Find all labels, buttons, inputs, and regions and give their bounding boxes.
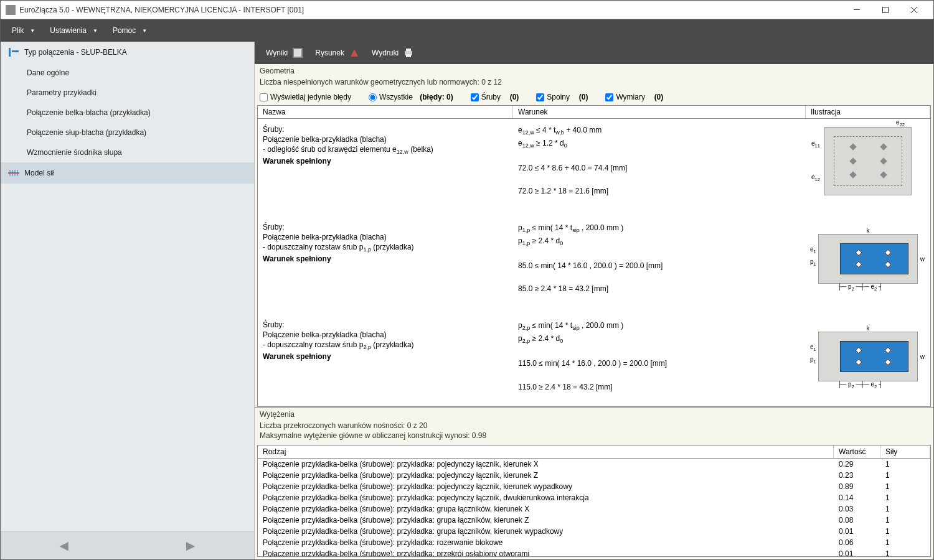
table-row[interactable]: Połączenie przykładka-belka (śrubowe): p…: [258, 470, 930, 481]
svg-rect-2: [9, 48, 11, 57]
filter-row: Wyświetlaj jedynie błędy Wszystkie (błęd…: [255, 90, 933, 105]
chevron-down-icon: ▼: [142, 28, 147, 34]
cell-value: 0.89: [834, 482, 880, 492]
next-arrow-icon[interactable]: ►: [171, 534, 210, 557]
table-row[interactable]: Śruby:Połączenie belka-przykładka (blach…: [258, 217, 930, 314]
cell-value: 0.08: [834, 515, 880, 525]
force-model-icon: [8, 168, 19, 178]
sidebar-section-label: Model sił: [24, 169, 54, 177]
cell-forces: 1: [880, 538, 930, 548]
col-header-condition[interactable]: Warunek: [513, 106, 806, 118]
table-row[interactable]: Śruby:Połączenie belka-przykładka (blach…: [258, 314, 930, 406]
cell-value: 0.23: [834, 470, 880, 480]
col-header-name[interactable]: Nazwa: [258, 106, 513, 118]
geometry-table: Nazwa Warunek Ilustracja Śruby:Połączeni…: [257, 105, 931, 407]
sidebar-section-force-model[interactable]: Model sił: [1, 162, 254, 184]
utilization-table-body[interactable]: Połączenie przykładka-belka (śrubowe): p…: [258, 459, 930, 556]
footer-nav: ◄ ►: [1, 531, 254, 559]
cell-forces: 1: [880, 459, 930, 469]
drawing-icon: [349, 48, 359, 58]
cell-forces: 1: [880, 493, 930, 503]
close-button[interactable]: [900, 1, 928, 19]
cell-illustration: k e1 p1 w ├─ p2 ─┼─ e2 ┤: [806, 318, 930, 394]
sidebar-section-label: Typ połączenia - SŁUP-BELKA: [24, 48, 127, 57]
table-row[interactable]: Połączenie przykładka-belka (śrubowe): p…: [258, 503, 930, 515]
col-header-value[interactable]: Wartość: [834, 446, 880, 458]
cell-name: Śruby:Połączenie belka-przykładka (blach…: [258, 220, 513, 297]
sidebar-item-column-plate[interactable]: Połączenie słup-blacha (przykładka): [1, 123, 254, 142]
sidebar-item-beam-plate[interactable]: Połączenie belka-blacha (przykładka): [1, 103, 254, 123]
utilization-status-max: Maksymalne wytężenie główne w obliczanej…: [255, 430, 933, 444]
menu-file[interactable]: Plik▼: [4, 21, 42, 40]
cell-value: 0.01: [834, 549, 880, 556]
cell-kind: Połączenie przykładka-belka (śrubowe): p…: [258, 504, 834, 514]
cell-kind: Połączenie przykładka-belka (śrubowe): p…: [258, 459, 834, 469]
cell-condition: e12,w ≤ 4 * tw,b + 40.0 mme12,w ≥ 1.2 * …: [513, 123, 806, 199]
maximize-button[interactable]: [871, 1, 900, 19]
cell-kind: Połączenie przykładka-belka (śrubowe): p…: [258, 549, 834, 556]
cell-kind: Połączenie przykładka-belka (śrubowe): p…: [258, 538, 834, 548]
filter-welds[interactable]: Spoiny (0): [536, 93, 588, 101]
cell-value: 0.29: [834, 459, 880, 469]
table-row[interactable]: Połączenie przykładka-belka (śrubowe): p…: [258, 515, 930, 526]
cell-forces: 1: [880, 470, 930, 480]
content-tabs: Wyniki Rysunek Wydruki: [255, 42, 933, 64]
print-icon: [403, 48, 413, 58]
illustration-spacing: k e1 p1 w ├─ p2 ─┼─ e2 ┤: [818, 332, 918, 381]
table-row[interactable]: Połączenie przykładka-belka (śrubowe): p…: [258, 481, 930, 492]
content-area: Wyniki Rysunek Wydruki Geometria Liczba …: [255, 42, 933, 559]
svg-rect-1: [883, 7, 889, 12]
geometry-table-body[interactable]: Śruby:Połączenie belka-przykładka (blach…: [258, 119, 930, 406]
cell-illustration: e22e11e12: [806, 123, 930, 199]
col-header-illustration[interactable]: Ilustracja: [806, 106, 930, 118]
filter-dimensions[interactable]: Wymiary (0): [605, 93, 663, 101]
filter-bolts[interactable]: Śruby (0): [471, 93, 519, 101]
table-row[interactable]: Połączenie przykładka-belka (śrubowe): p…: [258, 548, 930, 556]
cell-value: 0.01: [834, 526, 880, 536]
col-header-forces[interactable]: Siły: [880, 446, 930, 458]
svg-marker-7: [351, 49, 358, 57]
tab-drawing[interactable]: Rysunek: [309, 43, 366, 63]
svg-rect-0: [854, 9, 860, 10]
sidebar-section-connection-type[interactable]: Typ połączenia - SŁUP-BELKA: [1, 42, 254, 63]
table-row[interactable]: Śruby:Połączenie belka-przykładka (blach…: [258, 119, 930, 217]
svg-rect-6: [294, 49, 301, 57]
cell-kind: Połączenie przykładka-belka (śrubowe): p…: [258, 515, 834, 525]
cell-forces: 1: [880, 504, 930, 514]
cell-name: Śruby:Połączenie belka-przykładka (blach…: [258, 318, 513, 394]
table-row[interactable]: Połączenie przykładka-belka (śrubowe): p…: [258, 459, 930, 470]
table-row[interactable]: Połączenie przykładka-belka (śrubowe): p…: [258, 526, 930, 537]
cell-value: 0.06: [834, 538, 880, 548]
cell-kind: Połączenie przykładka-belka (śrubowe): p…: [258, 526, 834, 536]
svg-rect-3: [12, 50, 19, 52]
cell-kind: Połączenie przykładka-belka (śrubowe): p…: [258, 482, 834, 492]
menu-settings[interactable]: Ustawienia▼: [42, 21, 105, 40]
tab-printouts[interactable]: Wydruki: [366, 43, 420, 63]
filter-only-errors[interactable]: Wyświetlaj jedynie błędy: [260, 93, 351, 101]
results-icon: [293, 48, 303, 58]
tab-results[interactable]: Wyniki: [260, 43, 309, 63]
svg-rect-10: [406, 54, 411, 57]
table-row[interactable]: Połączenie przykładka-belka (śrubowe): p…: [258, 537, 930, 548]
filter-all[interactable]: Wszystkie (błędy: 0): [369, 93, 453, 101]
sidebar: Typ połączenia - SŁUP-BELKA Dane ogólne …: [1, 42, 255, 559]
cell-forces: 1: [880, 515, 930, 525]
table-row[interactable]: Połączenie przykładka-belka (śrubowe): p…: [258, 492, 930, 503]
sidebar-item-web-rein[interactable]: Wzmocnienie środnika słupa: [1, 142, 254, 162]
chevron-down-icon: ▼: [93, 28, 98, 34]
menu-help[interactable]: Pomoc▼: [105, 21, 154, 40]
app-icon: [6, 5, 16, 15]
cell-forces: 1: [880, 526, 930, 536]
utilization-section-label: Wytężenia: [255, 408, 933, 420]
utilization-table: Rodzaj Wartość Siły Połączenie przykładk…: [257, 445, 931, 557]
sidebar-item-plate-params[interactable]: Parametry przykładki: [1, 83, 254, 103]
geometry-status: Liczba niespełnionych warunków geometryc…: [255, 77, 933, 90]
prev-arrow-icon[interactable]: ◄: [44, 534, 84, 557]
cell-forces: 1: [880, 549, 930, 556]
col-header-type[interactable]: Rodzaj: [258, 446, 834, 458]
utilization-status-count: Liczba przekroczonych warunków nośności:…: [255, 420, 933, 430]
window-title: EuroZłącza 5.0 - WEWNĘTRZNA, NIEKOMERCYJ…: [19, 6, 842, 14]
cell-value: 0.03: [834, 504, 880, 514]
sidebar-item-general[interactable]: Dane ogólne: [1, 63, 254, 83]
minimize-button[interactable]: [842, 1, 871, 19]
